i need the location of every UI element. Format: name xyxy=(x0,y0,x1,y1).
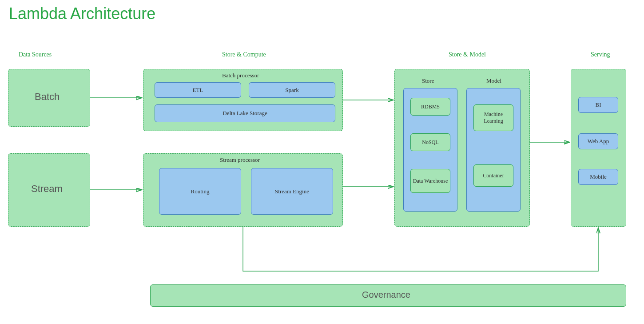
node-nosql: NoSQL xyxy=(410,133,450,151)
label-stream: Stream xyxy=(31,183,63,195)
label-store-title: Store xyxy=(422,77,434,84)
node-data-warehouse: Data Warehouse xyxy=(410,169,450,193)
node-machine-learning: Machine Learning xyxy=(473,104,513,131)
diagram-canvas: Lambda Architecture Data Sources Store &… xyxy=(0,0,644,324)
node-rdbms: RDBMS xyxy=(410,98,450,116)
node-routing: Routing xyxy=(159,168,241,215)
node-spark: Spark xyxy=(249,82,335,98)
section-label-store-compute: Store & Compute xyxy=(222,51,266,58)
node-stream-engine: Stream Engine xyxy=(251,168,333,215)
label-stream-processor-title: Stream processor xyxy=(220,156,260,164)
label-model-title: Model xyxy=(486,77,501,84)
arrow-stream-to-serving-bypass xyxy=(243,227,598,271)
label-batch: Batch xyxy=(35,91,60,103)
node-container: Container xyxy=(473,164,513,187)
section-label-store-model: Store & Model xyxy=(449,51,486,58)
label-governance: Governance xyxy=(362,290,410,300)
node-etl: ETL xyxy=(155,82,241,98)
node-mobile: Mobile xyxy=(578,169,618,185)
node-bi: BI xyxy=(578,97,618,113)
node-delta-lake: Delta Lake Storage xyxy=(155,104,335,122)
section-label-data-sources: Data Sources xyxy=(19,51,52,58)
label-batch-processor-title: Batch processor xyxy=(222,72,259,79)
section-label-serving: Serving xyxy=(591,51,610,58)
node-webapp: Web App xyxy=(578,133,618,149)
diagram-title: Lambda Architecture xyxy=(9,4,155,23)
